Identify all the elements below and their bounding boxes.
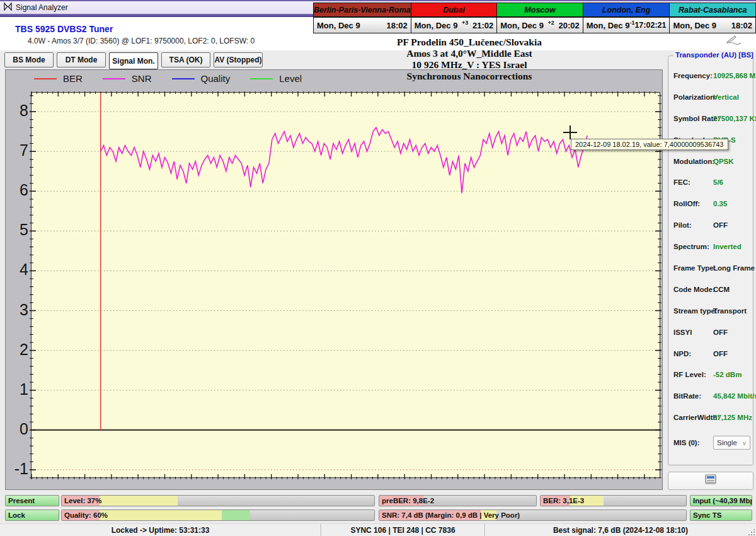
transponder-row-code-mode-: Code Mode:CCM	[673, 279, 750, 300]
legend-item-quality: Quality	[172, 73, 231, 84]
transponder-label: Modulation:	[673, 158, 713, 165]
y-tick-label-2: 2	[7, 341, 28, 358]
transponder-row-stream-type-: Stream type:Transport	[673, 300, 750, 322]
mode-button-dt-mode[interactable]: DT Mode	[57, 52, 106, 67]
app-icon	[4, 2, 12, 13]
indicator-bar-present: Present	[5, 495, 59, 506]
mis-select[interactable]: Single∨	[713, 436, 750, 450]
legend-label: BER	[63, 73, 83, 84]
bar-fill-zone	[100, 510, 222, 520]
clock-berlin-paris-vienna-roma: Berlin-Paris-Vienna-RomaMon, Dec 918:02	[314, 3, 411, 33]
clock-city-label: Dubai	[411, 3, 497, 18]
indicator-bar-quality: Quality: 60%	[61, 510, 375, 521]
transponder-label: NPD:	[673, 350, 713, 358]
clock-utc-offset: +2	[548, 20, 554, 26]
mode-button-bs-mode[interactable]: BS Mode	[4, 52, 54, 67]
indicator-bar-snr: SNR: 7,4 dB (Margin: 0,9 dB | Very Poor)	[379, 510, 687, 521]
clock-time-value: 20:02	[559, 21, 580, 30]
transponder-label: Code Mode:	[673, 286, 713, 293]
clock-time: Mon, Dec 9-117:02:21	[583, 18, 670, 33]
snr-trace	[101, 127, 588, 193]
mode-buttons-row: BS ModeDT ModeSignal Mon.TSA (OK)AV (Sto…	[4, 52, 263, 69]
mode-button-av-stopped-[interactable]: AV (Stopped)	[214, 52, 263, 67]
transponder-value: Transport	[713, 307, 747, 315]
clock-time-value: 17:02:21	[634, 21, 666, 30]
legend-line-icon	[250, 78, 273, 79]
transponder-row-carrierwidth-: CarrierWidth:37,125 MHz	[673, 407, 750, 428]
mode-button-tsa-ok-[interactable]: TSA (OK)	[161, 52, 210, 67]
clock-city-label: London, Eng	[583, 3, 670, 18]
transponder-label: MIS (0):	[673, 439, 713, 446]
indicator-bar-input: Input (~40,39 Mbps)	[690, 495, 752, 506]
y-tick-label-8: 8	[7, 102, 28, 119]
transponder-row-fec-: FEC:5/6	[673, 172, 750, 193]
y-tick-label-1: 1	[7, 380, 28, 398]
window-title: Signal Analyzer	[16, 3, 68, 12]
indicator-bar-preber: preBER: 9,8E-2	[379, 495, 537, 506]
legend-label: Quality	[201, 73, 231, 84]
transponder-panel-title: Transponder (AU) [BS]	[673, 51, 755, 59]
transponder-row-rf-level-: RF Level:-52 dBm	[673, 364, 750, 385]
bar-fill-zone	[379, 510, 481, 520]
status-sync-counters: SYNC 106 | TEI 248 | CC 7836	[321, 524, 485, 536]
chart-plot-area[interactable]	[31, 92, 660, 478]
transponder-row-issyi: ISSYIOFF	[673, 322, 750, 343]
transponder-row-frequency-: Frequency:10925,868 MHz	[673, 65, 750, 86]
device-icon	[704, 474, 718, 487]
clock-london-eng: London, EngMon, Dec 9-117:02:21	[583, 3, 670, 33]
indicator-bar-syncts: Sync TS	[690, 510, 752, 521]
transponder-label: RollOff:	[673, 200, 713, 207]
clock-date: Mon, Dec 9	[673, 21, 716, 30]
bar-fill-zone	[481, 510, 496, 520]
legend-item-level: Level	[250, 73, 302, 84]
legend-item-ber: BER	[34, 73, 83, 84]
bar-fill-zone	[62, 510, 100, 520]
y-tick-label-6: 6	[7, 181, 28, 199]
transponder-label: RF Level:	[673, 371, 713, 378]
transponder-value: OFF	[713, 350, 728, 358]
clock-time: Mon, Dec 918:02	[314, 18, 411, 33]
resize-grip[interactable]	[747, 528, 755, 535]
bar-fill-zone	[379, 496, 423, 506]
clock-time-value: 18:02	[387, 21, 408, 30]
transponder-value: Long Frame	[713, 264, 755, 272]
transponder-label: Symbol Rate:	[673, 115, 713, 122]
transponder-value: -52 dBm	[713, 371, 742, 378]
bar-label: BER: 3,1E-3	[543, 496, 584, 506]
transponder-value: QPSK	[713, 158, 734, 165]
clock-utc-offset: -1	[629, 20, 634, 26]
clock-time-value: 21:02	[472, 21, 493, 30]
clock-city-label: Rabat-Casablanca	[670, 3, 755, 18]
panel-tool-button[interactable]	[668, 472, 753, 490]
transponder-value: 0.35	[713, 200, 727, 207]
transponder-label: CarrierWidth:	[673, 414, 713, 421]
transponder-row-spectrum-: Spectrum:Inverted	[673, 236, 750, 257]
bar-fill-zone	[62, 496, 100, 506]
transponder-panel: Transponder (AU) [BS] Frequency:10925,86…	[668, 55, 753, 465]
cursor-crosshair-icon	[563, 125, 577, 139]
transponder-value: Vertical	[713, 93, 739, 101]
clock-time: Mon, Dec 9+220:02	[497, 18, 583, 33]
bar-label: Present	[8, 496, 35, 506]
clock-date: Mon, Dec 9	[317, 21, 360, 30]
chart-legend: BERSNRQualityLevel	[34, 73, 302, 84]
clock-date: Mon, Dec 9	[587, 21, 630, 30]
y-tick-label-4: 4	[7, 260, 28, 278]
legend-line-icon	[34, 78, 57, 79]
transponder-row-npd-: NPD:OFF	[673, 343, 750, 364]
clock-time-value: 18:02	[731, 21, 752, 30]
bar-label: SNR: 7,4 dB (Margin: 0,9 dB | Very Poor)	[382, 510, 520, 520]
clock-dubai: DubaiMon, Dec 9+321:02	[411, 3, 498, 33]
bar-label: Input (~40,39 Mbps)	[693, 496, 752, 506]
bar-label: preBER: 9,8E-2	[382, 496, 434, 506]
clock-time: Mon, Dec 918:02	[670, 18, 755, 33]
tuner-details: 4.0W - Amos 3/7 (ID: 3560) @ LOF1: 97500…	[28, 37, 255, 45]
bar-fill-zone	[541, 496, 570, 506]
mis-selected-value: Single	[717, 439, 737, 446]
y-tick-label-0: 0	[7, 420, 28, 438]
mode-button-signal-mon-[interactable]: Signal Mon.	[109, 52, 158, 69]
transponder-rows: Frequency:10925,868 MHzPolarization:Vert…	[673, 65, 750, 450]
transponder-row-mis: MIS (0):Single∨	[673, 436, 750, 450]
status-lock-uptime: Locked -> Uptime: 53:31:33	[0, 524, 321, 536]
y-tick-label-5: 5	[7, 221, 28, 238]
